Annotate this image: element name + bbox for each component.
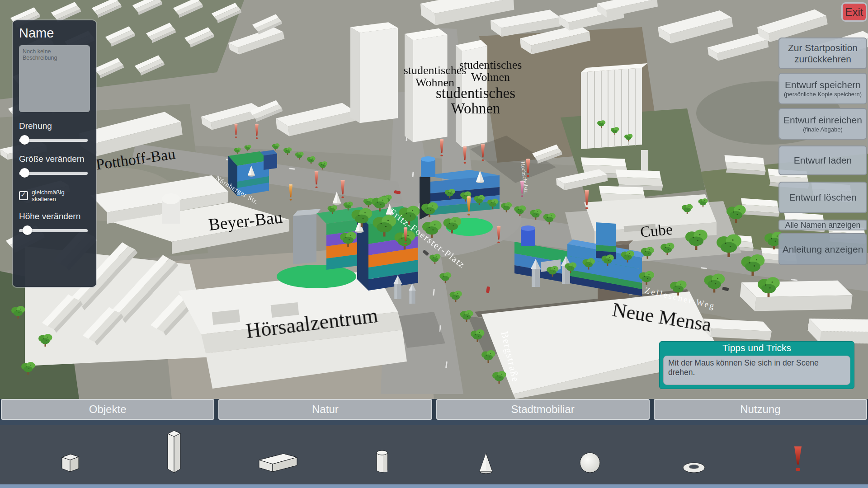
tips-text: Mit der Maus können Sie sich in der Scen… [663,356,850,385]
save-design-sublabel: (persönliche Kopie speichern) [784,91,862,98]
rotation-slider[interactable] [19,135,88,145]
torus-icon [681,461,707,474]
description-input[interactable]: Noch keine Beschreibung [19,45,90,112]
cone-icon [476,451,496,474]
return-start-position-label: Zur Startposition zurückkehren [779,42,866,65]
palette-item-wide-cuboid[interactable] [249,450,307,474]
palette-item-torus[interactable] [665,461,723,474]
cube-icon [58,451,82,474]
tab-natur[interactable]: Natur [218,399,432,420]
uniform-scale-label: gleichmäßig skalieren [32,189,90,202]
scale-slider[interactable] [19,168,88,178]
object-palette [0,425,868,484]
scale-slider-thumb[interactable] [20,168,29,178]
palette-scrollbar[interactable] [0,484,868,488]
cylinder-icon [373,448,391,474]
save-design-button[interactable]: Entwurf speichern (persönliche Kopie spe… [778,73,867,104]
show-manual-button[interactable]: Anleitung anzeigen [778,233,867,265]
load-design-label: Entwurf laden [794,155,852,166]
tab-nutzung[interactable]: Nutzung [654,399,867,420]
tips-panel: Tipps und Tricks Mit der Maus können Sie… [659,341,854,389]
show-all-names-label: Alle Namen anzeigen [785,221,860,230]
show-all-names-button[interactable]: Alle Namen anzeigen [778,220,867,230]
return-start-position-button[interactable]: Zur Startposition zurückkehren [778,38,867,69]
delete-design-label: Entwurf löschen [789,192,856,203]
category-tab-bar: Objekte Natur Stadtmobiliar Nutzung [0,399,868,420]
tall-cuboid-icon [165,429,183,474]
show-manual-label: Anleitung anzeigen [783,244,863,255]
submit-design-sublabel: (finale Abgabe) [803,126,842,133]
wide-cuboid-icon [257,450,299,474]
save-design-label: Entwurf speichern [785,79,861,90]
tab-stadtmobiliar[interactable]: Stadtmobiliar [436,399,650,420]
user-building-cube-side[interactable] [596,222,616,259]
uniform-scale-checkbox[interactable] [19,191,28,200]
tab-objekte[interactable]: Objekte [1,399,214,420]
palette-item-cone[interactable] [457,451,515,474]
height-slider-thumb[interactable] [23,225,32,235]
submit-design-label: Entwurf einreichen [783,114,862,126]
palette-item-tall-cuboid[interactable] [145,429,203,474]
scale-slider-label: Größe verändern [19,154,90,164]
rotation-slider-label: Drehung [19,121,90,131]
tips-title: Tipps und Tricks [660,342,854,354]
tab-bar-divider [0,420,868,425]
palette-item-cylinder[interactable] [353,448,411,474]
app-window: Zellescher Weg Hochschulstr. [0,0,868,488]
height-slider[interactable] [19,225,88,235]
palette-item-sphere[interactable] [561,451,619,474]
panel-title: Name [19,26,90,41]
delete-design-button[interactable]: Entwurf löschen [778,182,867,213]
height-slider-label: Höhe verändern [19,211,90,221]
load-design-button[interactable]: Entwurf laden [778,145,867,175]
submit-design-button[interactable]: Entwurf einreichen (finale Abgabe) [778,108,867,140]
object-inspector-panel: Name Noch keine Beschreibung Drehung Grö… [13,20,96,287]
palette-item-cube[interactable] [41,451,99,474]
exit-button[interactable]: Exit [841,2,867,22]
rotation-slider-thumb[interactable] [20,135,29,145]
exclamation-marker-icon [792,446,804,474]
sphere-icon [578,451,602,474]
uniform-scale-row: gleichmäßig skalieren [19,189,90,202]
palette-item-exclamation-marker[interactable] [769,446,827,474]
